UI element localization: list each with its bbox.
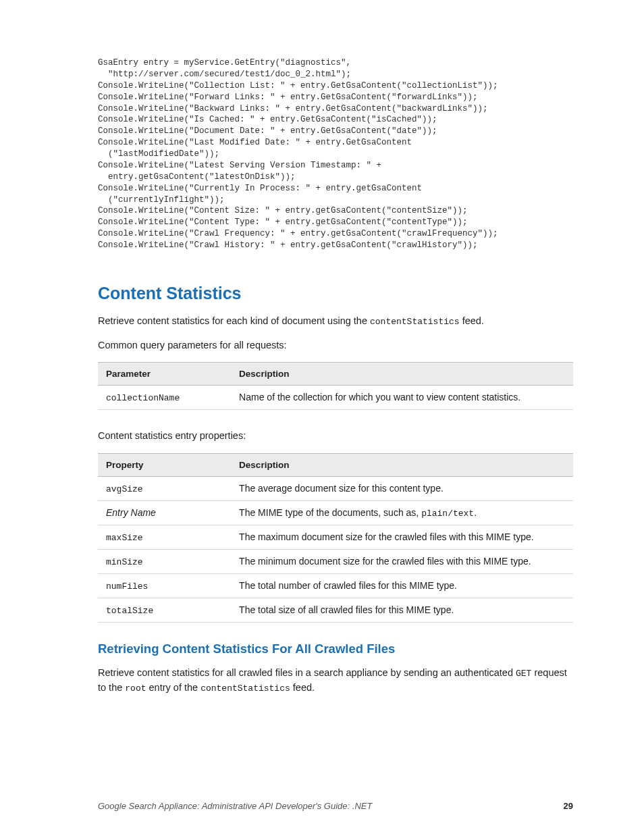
page-number: 29 <box>564 801 573 811</box>
footer-title: Google Search Appliance: Administrative … <box>98 801 372 811</box>
property-desc: The average document size for this conte… <box>231 477 573 501</box>
page-footer: Google Search Appliance: Administrative … <box>98 801 573 811</box>
property-name: Entry Name <box>106 507 156 518</box>
p-code: contentStatistics <box>200 683 290 694</box>
property-desc: The maximum document size for the crawle… <box>231 525 573 550</box>
code-block: GsaEntry entry = myService.GetEntry("dia… <box>98 57 573 251</box>
intro-code: contentStatistics <box>370 317 460 327</box>
params-intro: Common query parameters for all requests… <box>98 338 573 353</box>
table-header-row: Parameter Description <box>98 363 573 386</box>
props-intro: Content statistics entry properties: <box>98 429 573 444</box>
p-text: entry of the <box>146 682 201 693</box>
property-desc: The minimum document size for the crawle… <box>231 550 573 574</box>
property-desc: The total size of all crawled files for … <box>231 598 573 623</box>
table-row: Entry NameThe MIME type of the documents… <box>98 501 573 525</box>
table-row: totalSizeThe total size of all crawled f… <box>98 598 573 623</box>
table-row: minSizeThe minimum document size for the… <box>98 550 573 574</box>
property-desc: The MIME type of the documents, such as,… <box>231 501 573 525</box>
table-header: Description <box>231 454 573 477</box>
table-row: avgSizeThe average document size for thi… <box>98 477 573 501</box>
p-text: feed. <box>290 682 315 693</box>
property-name: numFiles <box>106 581 148 592</box>
section-heading: Content Statistics <box>98 284 573 303</box>
intro-text-pre: Retrieve content statistics for each kin… <box>98 315 370 326</box>
section-intro: Retrieve content statistics for each kin… <box>98 314 573 329</box>
param-name: collectionName <box>106 393 180 403</box>
table-row: maxSizeThe maximum document size for the… <box>98 525 573 550</box>
p-code: root <box>125 683 146 694</box>
properties-table: Property Description avgSizeThe average … <box>98 453 573 623</box>
property-name: totalSize <box>106 606 153 616</box>
property-name: maxSize <box>106 533 143 543</box>
table-header-row: Property Description <box>98 454 573 477</box>
parameters-table: Parameter Description collectionName Nam… <box>98 362 573 410</box>
table-header: Property <box>98 454 231 477</box>
property-name: avgSize <box>106 484 143 494</box>
subsection-paragraph: Retrieve content statistics for all craw… <box>98 666 573 696</box>
intro-text-post: feed. <box>460 315 484 326</box>
subsection-heading: Retrieving Content Statistics For All Cr… <box>98 642 573 656</box>
table-header: Parameter <box>98 363 231 386</box>
table-row: collectionName Name of the collection fo… <box>98 386 573 410</box>
p-text: Retrieve content statistics for all craw… <box>98 667 516 678</box>
property-desc: The total number of crawled files for th… <box>231 574 573 598</box>
p-code: GET <box>516 669 531 679</box>
property-name: minSize <box>106 557 143 567</box>
table-header: Description <box>231 363 573 386</box>
table-row: numFilesThe total number of crawled file… <box>98 574 573 598</box>
param-desc: Name of the collection for which you wan… <box>231 386 573 410</box>
